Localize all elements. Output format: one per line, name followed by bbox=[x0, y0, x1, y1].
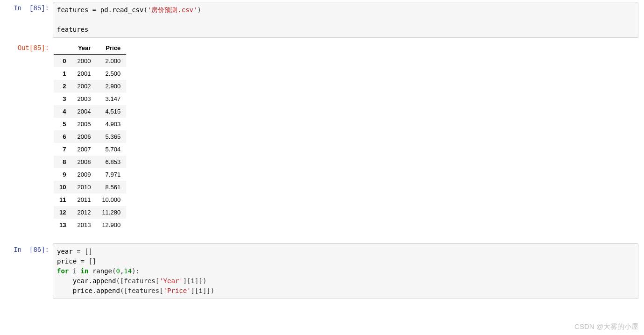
table-cell: 2009 bbox=[71, 168, 96, 181]
table-row: 620065.365 bbox=[54, 130, 126, 143]
table-cell: 5.704 bbox=[96, 143, 126, 156]
table-cell: 2004 bbox=[71, 105, 96, 118]
code-input-area[interactable]: features = pd.read_csv('房价预测.csv') featu… bbox=[53, 2, 638, 38]
row-index: 8 bbox=[54, 156, 71, 168]
table-cell: 5.365 bbox=[96, 130, 126, 143]
table-cell: 2012 bbox=[71, 206, 96, 219]
table-cell: 2003 bbox=[71, 93, 96, 105]
in-prompt: In [86]: bbox=[0, 243, 53, 254]
table-cell: 11.280 bbox=[96, 206, 126, 219]
code-block[interactable]: year = [] price = [] for i in range(0,14… bbox=[57, 247, 634, 296]
row-index: 12 bbox=[54, 206, 71, 219]
table-row: 13201312.900 bbox=[54, 219, 126, 231]
table-row: 11201110.000 bbox=[54, 193, 126, 206]
table-cell: 2007 bbox=[71, 143, 96, 156]
table-row: 1020108.561 bbox=[54, 181, 126, 193]
table-cell: 2001 bbox=[71, 67, 96, 80]
table-row: 720075.704 bbox=[54, 143, 126, 156]
row-index: 1 bbox=[54, 67, 71, 80]
row-index: 7 bbox=[54, 143, 71, 156]
table-cell: 7.971 bbox=[96, 168, 126, 181]
table-cell: 2000 bbox=[71, 55, 96, 68]
table-cell: 2002 bbox=[71, 80, 96, 93]
row-index: 13 bbox=[54, 219, 71, 231]
table-row: 520054.903 bbox=[54, 118, 126, 130]
table-row: 120012.500 bbox=[54, 67, 126, 80]
row-index: 9 bbox=[54, 168, 71, 181]
code-input-area[interactable]: year = [] price = [] for i in range(0,14… bbox=[53, 243, 638, 299]
table-column-header: Price bbox=[96, 42, 126, 55]
table-row: 12201211.280 bbox=[54, 206, 126, 219]
table-cell: 2011 bbox=[71, 193, 96, 206]
table-header-row: YearPrice bbox=[54, 42, 126, 55]
table-cell: 4.515 bbox=[96, 105, 126, 118]
table-cell: 12.900 bbox=[96, 219, 126, 231]
table-cell: 2010 bbox=[71, 181, 96, 193]
dataframe-table: YearPrice 020002.000120012.500220022.900… bbox=[54, 42, 126, 231]
table-cell: 2013 bbox=[71, 219, 96, 231]
row-index: 6 bbox=[54, 130, 71, 143]
row-index: 4 bbox=[54, 105, 71, 118]
code-cell-85: In [85]: features = pd.read_csv('房价预测.cs… bbox=[0, 0, 644, 40]
table-row: 420044.515 bbox=[54, 105, 126, 118]
in-prompt: In [85]: bbox=[0, 2, 53, 12]
table-cell: 6.853 bbox=[96, 156, 126, 168]
table-cell: 2005 bbox=[71, 118, 96, 130]
table-row: 320033.147 bbox=[54, 93, 126, 105]
table-column-header: Year bbox=[71, 42, 96, 55]
out-prompt: Out[85]: bbox=[0, 42, 53, 52]
table-cell: 3.147 bbox=[96, 93, 126, 105]
row-index: 3 bbox=[54, 93, 71, 105]
table-cell: 2.900 bbox=[96, 80, 126, 93]
table-cell: 2.500 bbox=[96, 67, 126, 80]
table-cell: 10.000 bbox=[96, 193, 126, 206]
table-row: 020002.000 bbox=[54, 55, 126, 68]
output-area: YearPrice 020002.000120012.500220022.900… bbox=[53, 42, 644, 231]
table-row: 820086.853 bbox=[54, 156, 126, 168]
table-row: 220022.900 bbox=[54, 80, 126, 93]
row-index: 11 bbox=[54, 193, 71, 206]
output-cell-85: Out[85]: YearPrice 020002.000120012.5002… bbox=[0, 40, 644, 233]
table-column-header bbox=[54, 42, 71, 55]
table-cell: 2006 bbox=[71, 130, 96, 143]
table-row: 920097.971 bbox=[54, 168, 126, 181]
table-cell: 8.561 bbox=[96, 181, 126, 193]
code-cell-86: In [86]: year = [] price = [] for i in r… bbox=[0, 242, 644, 301]
row-index: 2 bbox=[54, 80, 71, 93]
code-block[interactable]: features = pd.read_csv('房价预测.csv') featu… bbox=[57, 5, 634, 35]
row-index: 0 bbox=[54, 55, 71, 68]
table-cell: 2.000 bbox=[96, 55, 126, 68]
row-index: 5 bbox=[54, 118, 71, 130]
table-cell: 4.903 bbox=[96, 118, 126, 130]
table-cell: 2008 bbox=[71, 156, 96, 168]
row-index: 10 bbox=[54, 181, 71, 193]
